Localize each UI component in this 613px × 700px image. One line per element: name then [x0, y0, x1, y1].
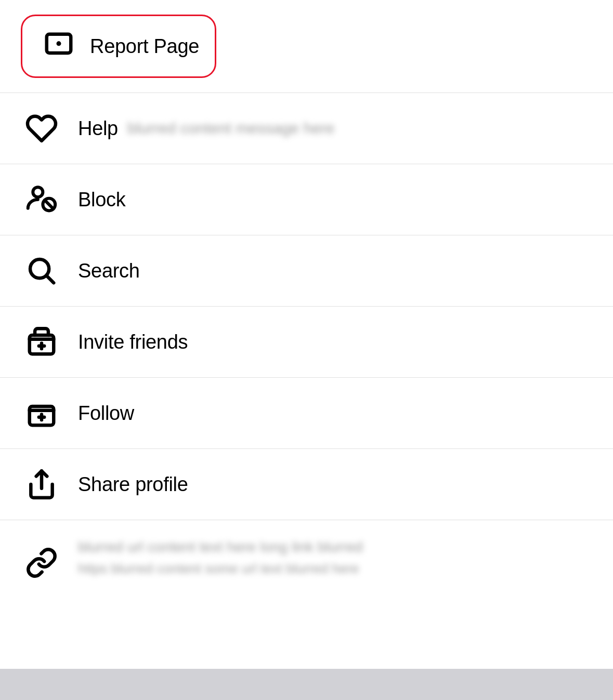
invite-friends-item[interactable]: Invite friends	[0, 307, 613, 378]
help-item[interactable]: Help blurred content message here	[0, 93, 613, 164]
link-blurred-line1: blurred url content text here long link …	[78, 539, 363, 556]
search-icon	[25, 255, 58, 287]
svg-line-8	[47, 276, 54, 283]
block-user-icon	[25, 183, 58, 216]
help-blurred-text: blurred content message here	[127, 120, 335, 137]
flag-icon	[43, 30, 75, 62]
search-icon-wrapper	[21, 250, 62, 292]
share-icon	[25, 468, 58, 500]
search-item[interactable]: Search	[0, 235, 613, 307]
invite-friends-label: Invite friends	[78, 331, 188, 353]
report-page-icon-wrapper	[38, 25, 80, 67]
help-label: Help	[78, 117, 118, 140]
follow-icon-wrapper	[21, 392, 62, 434]
report-page-item[interactable]: Report Page	[0, 0, 613, 93]
menu-container: Report Page Help blurred content message…	[0, 0, 613, 598]
report-page-label: Report Page	[90, 35, 199, 58]
share-icon-wrapper	[21, 464, 62, 505]
report-page-box: Report Page	[21, 15, 216, 78]
svg-line-6	[45, 200, 54, 209]
follow-item[interactable]: Follow	[0, 378, 613, 449]
search-label: Search	[78, 260, 140, 282]
block-user-icon-wrapper	[21, 179, 62, 220]
link-icon-wrapper	[21, 542, 62, 584]
svg-point-2	[58, 43, 60, 45]
link-blurred-line2: https blurred content some url text blur…	[78, 561, 363, 577]
link-icon	[25, 547, 58, 579]
follow-label: Follow	[78, 402, 134, 425]
invite-icon-wrapper	[21, 321, 62, 363]
block-item[interactable]: Block	[0, 164, 613, 235]
share-profile-item[interactable]: Share profile	[0, 449, 613, 520]
share-profile-label: Share profile	[78, 473, 188, 496]
bottom-bar	[0, 669, 613, 700]
block-label: Block	[78, 189, 125, 211]
follow-icon	[25, 397, 58, 429]
heart-icon	[25, 112, 58, 144]
invite-icon	[25, 326, 58, 358]
link-text-container: blurred url content text here long link …	[78, 539, 363, 577]
svg-point-4	[33, 187, 43, 197]
help-icon-wrapper	[21, 108, 62, 149]
link-item[interactable]: blurred url content text here long link …	[0, 520, 613, 598]
